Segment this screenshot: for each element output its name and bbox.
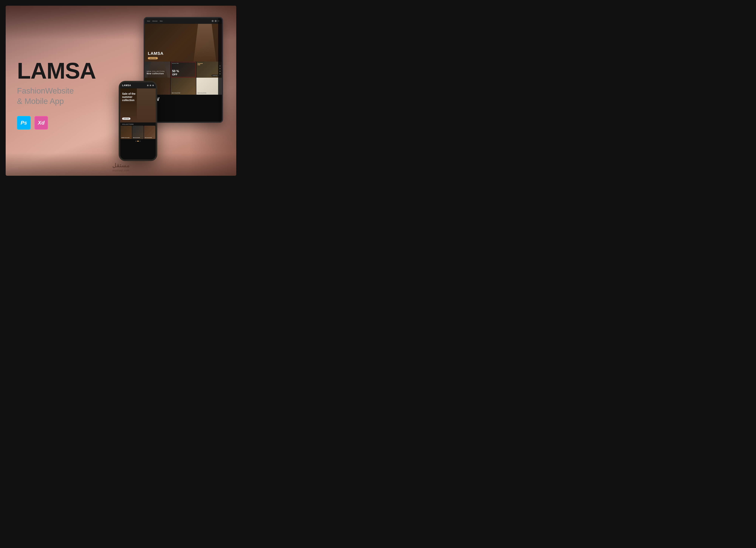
- xd-badge: Xd: [34, 116, 48, 130]
- cart-icon[interactable]: [215, 20, 217, 22]
- tablet-nav-new[interactable]: New: [147, 20, 150, 22]
- phone-search-icon[interactable]: [147, 85, 149, 86]
- phone-brand: LAMSA: [122, 84, 131, 87]
- phone-hero-figure: [137, 88, 156, 122]
- phone-screen: LAMSA Sale of the summer collection SHOP…: [120, 82, 156, 159]
- kids-collection-label: KIDS COLLECTION: [198, 92, 206, 94]
- devices-panel: New Women Men LA: [115, 6, 225, 176]
- phone-menu-icon[interactable]: [152, 85, 154, 86]
- dot-1: [135, 141, 136, 142]
- left-panel: LAMSA FashionWebsite & Mobile App Ps Xd: [17, 52, 115, 129]
- footer-url: mostaql.com: [112, 169, 130, 172]
- tablet-nav-women[interactable]: Women: [152, 20, 157, 22]
- dot-2-active: [137, 141, 139, 142]
- collection-overlay-1: NEW COLLECTION New collection: [147, 70, 165, 75]
- phone-col-men: MEN COLLECTION: [132, 126, 144, 139]
- subtitle: FashionWebsite & Mobile App: [17, 86, 74, 106]
- footer-watermark: مستقل mostaql.com: [112, 162, 130, 172]
- phone-collections-label: COLLECTIONS: [120, 122, 156, 126]
- tablet-nav: New Women Men: [145, 18, 222, 24]
- tablet-hero-brand: LAMSA: [148, 51, 163, 56]
- new-collection-text: New collection: [147, 72, 165, 75]
- fifty-percent-off: 50 %OFF: [172, 70, 179, 76]
- main-frame: LAMSA FashionWebsite & Mobile App Ps Xd …: [6, 6, 236, 176]
- tab-dot-2: [219, 68, 221, 69]
- tablet-right-bar: [218, 18, 222, 122]
- tablet-grid-row1: NEW COLLECTION New collection Summer Sal…: [145, 62, 222, 78]
- summer-sale-label: Summer Sale: [172, 63, 179, 64]
- phone-hero: Sale of the summer collection SHOP NOW: [120, 88, 156, 122]
- collection-new-label: NEW COLLECTION: [147, 70, 165, 72]
- footer-logo: مستقل: [112, 162, 130, 169]
- pci-label-kids: KIDS COLLECTION: [145, 137, 152, 138]
- phone-bottom-dots: [120, 140, 156, 143]
- search-icon[interactable]: [212, 20, 214, 22]
- phone-cart-icon[interactable]: [150, 85, 151, 86]
- tool-icons-container: Ps Xd: [17, 116, 48, 130]
- pci-label-men: MEN COLLECTION: [133, 137, 140, 138]
- summer-sale-badge: SummerSale: [198, 63, 203, 65]
- phone-col-women: WOMEN COLLECTION: [121, 126, 132, 139]
- tab-dot-4: [219, 73, 221, 74]
- phone-hero-cta[interactable]: SHOP NOW: [122, 118, 130, 120]
- tablet-hero-cta[interactable]: SHOP NOW: [148, 57, 158, 59]
- phone-hero-text: Sale of the summer collection: [122, 92, 139, 102]
- tab-dot-3: [219, 71, 221, 72]
- tab-dot-1: [219, 65, 221, 67]
- dot-3: [140, 141, 141, 142]
- phone-collections-grid: WOMEN COLLECTION MEN COLLECTION KIDS COL…: [120, 126, 156, 140]
- phone-nav-icons: [147, 85, 154, 86]
- grid-person-1: [145, 62, 170, 78]
- pci-label-women: WOMEN COLLECTION: [121, 137, 129, 138]
- page-content: LAMSA FashionWebsite & Mobile App Ps Xd …: [6, 6, 236, 176]
- tablet-nav-links: New Women Men: [147, 20, 163, 22]
- tablet-grid-item-5: MEN COLLECTION: [171, 78, 196, 95]
- tablet-hero: LAMSA SHOP NOW: [145, 24, 222, 62]
- tablet-grid-item-2: Summer Sale 50 %OFF: [171, 62, 196, 78]
- photoshop-badge: Ps: [17, 116, 31, 130]
- phone-device: LAMSA Sale of the summer collection SHOP…: [119, 81, 157, 161]
- tablet-nav-men[interactable]: Men: [160, 20, 163, 22]
- tablet-grid-item-1: NEW COLLECTION New collection: [145, 62, 170, 78]
- phone-nav: LAMSA: [120, 82, 156, 88]
- new-text: NEW: [147, 96, 220, 102]
- phone-col-kids: KIDS COLLECTION: [144, 126, 155, 139]
- brand-title: LAMSA: [17, 59, 96, 82]
- men-collection-label: MEN COLLECTION: [172, 92, 180, 94]
